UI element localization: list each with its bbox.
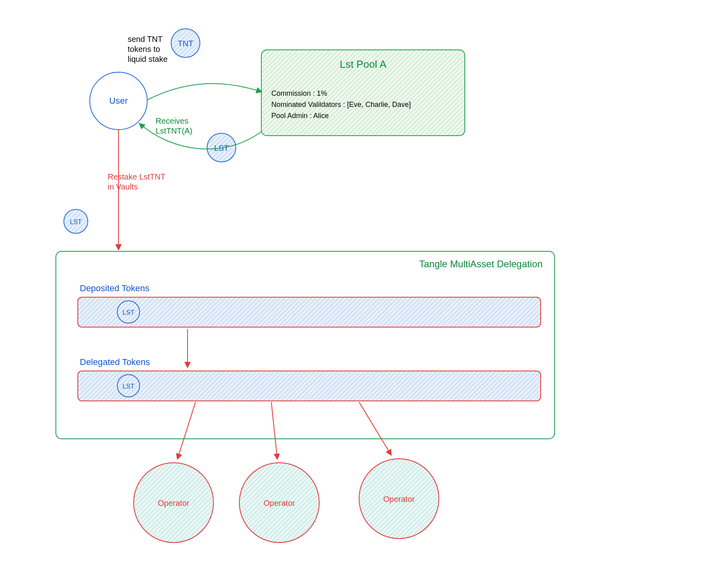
- lst-token-deposited: LST: [117, 301, 140, 323]
- deposited-label: Deposited Tokens: [80, 283, 150, 293]
- send-tnt-label: send TNT tokens to liquid stake: [128, 35, 168, 63]
- pool-admin: Pool Admin : Alice: [271, 112, 329, 120]
- lst-pool-box: Lst Pool A Commission : 1% Nominated Val…: [261, 50, 465, 136]
- delegation-box: Tangle MultiAsset Delegation Deposited T…: [56, 251, 555, 439]
- deposited-bar: [78, 297, 541, 327]
- delegated-bar: [78, 371, 541, 401]
- svg-text:send TNT: send TNT: [128, 35, 162, 43]
- tnt-token: TNT: [171, 29, 200, 57]
- pool-title: Lst Pool A: [340, 58, 387, 70]
- tnt-token-label: TNT: [178, 39, 194, 48]
- delegated-label: Delegated Tokens: [80, 357, 150, 367]
- operator-2: Operator: [239, 463, 319, 543]
- operator-3: Operator: [359, 459, 439, 539]
- svg-text:Restake LstTNT: Restake LstTNT: [108, 172, 165, 181]
- svg-text:LstTNT(A): LstTNT(A): [156, 126, 192, 135]
- restake-label: Restake LstTNT in Vaults: [108, 172, 165, 191]
- operator-1-label: Operator: [158, 499, 190, 507]
- svg-text:liquid stake: liquid stake: [128, 55, 168, 63]
- svg-text:tokens to: tokens to: [128, 45, 160, 53]
- arrow-user-to-pool: [148, 84, 261, 100]
- user-node: User: [90, 72, 147, 130]
- lst-token-delegated: LST: [117, 375, 140, 397]
- svg-text:in Vaults: in Vaults: [108, 182, 138, 191]
- pool-commission: Commission : 1%: [271, 89, 327, 97]
- operator-2-label: Operator: [264, 499, 295, 507]
- user-label: User: [109, 96, 128, 106]
- lst-token-side: LST: [64, 209, 88, 233]
- svg-text:LST: LST: [122, 309, 134, 316]
- svg-text:LST: LST: [122, 383, 134, 390]
- pool-validators: Nominated Valildators : [Eve, Charlie, D…: [271, 101, 411, 109]
- svg-text:Receives: Receives: [156, 116, 188, 125]
- svg-rect-18: [56, 251, 555, 439]
- receives-label: Receives LstTNT(A): [156, 116, 192, 135]
- delegation-title: Tangle MultiAsset Delegation: [419, 258, 543, 269]
- lst-token-side-label: LST: [70, 219, 82, 225]
- diagram-root: User TNT send TNT tokens to liquid stake…: [0, 0, 711, 588]
- operator-3-label: Operator: [383, 495, 415, 503]
- operator-1: Operator: [134, 463, 213, 543]
